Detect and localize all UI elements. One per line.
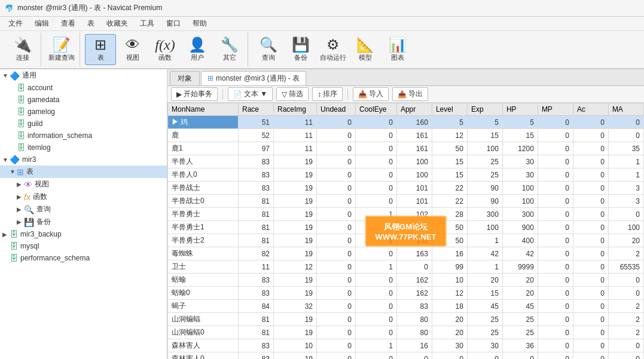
cell-raceimg: 11	[274, 129, 317, 142]
table-row[interactable]: 半兽勇士28119011025014000020	[168, 234, 644, 247]
node-perfschema[interactable]: 🗄 performance_schema	[0, 252, 167, 264]
autorun-btn[interactable]: ⚙ 自动运行	[318, 34, 349, 65]
import-btn[interactable]: 📥 导入	[353, 87, 389, 101]
menu-item-文件[interactable]: 文件	[2, 17, 29, 30]
cell-ma: 0	[608, 352, 643, 360]
node-views[interactable]: ▶ 👁 视图	[0, 178, 167, 191]
cell-level: 22	[432, 182, 467, 195]
query-btn[interactable]: 🔍 查询	[253, 34, 284, 65]
filter-icon: ▽	[282, 90, 287, 99]
cell-monname: ▶ 鸡	[168, 116, 239, 129]
node-mysql[interactable]: 🗄 mysql	[0, 240, 167, 252]
table-row[interactable]: 山洞蝙蝠81190080202525002	[168, 313, 644, 326]
table-row[interactable]: 半兽战士8319001012290100003	[168, 182, 644, 195]
menu-item-收藏夹[interactable]: 收藏夹	[100, 17, 134, 30]
data-table: MonNameRaceRaceImgUndeadCoolEyeApprLevel…	[167, 103, 644, 359]
cell-undead: 0	[317, 221, 356, 234]
table-row[interactable]: 森林害人83100116303036000	[168, 339, 644, 352]
cell-exp: 25	[467, 155, 502, 168]
separator-2	[347, 89, 348, 100]
cell-undead: 0	[317, 155, 356, 168]
table-container[interactable]: MonNameRaceRaceImgUndeadCoolEyeApprLevel…	[167, 103, 644, 359]
table-row[interactable]: 毒蜘蛛821900163164242002	[168, 247, 644, 260]
table-row[interactable]: 蝎子84320083184545002	[168, 300, 644, 313]
db-icon: 🗄	[17, 131, 25, 140]
cell-appr: 0	[396, 352, 432, 360]
cell-hp: 300	[502, 208, 538, 221]
text-btn[interactable]: 📄 文本 ▼	[228, 87, 273, 101]
objects-tab[interactable]: 对象	[170, 71, 200, 85]
table-row[interactable]: ▶ 鸡511100160555000	[168, 116, 644, 129]
table-row[interactable]: 蛞蝓0831900162121520000	[168, 287, 644, 300]
func-btn[interactable]: f(x) 函数	[149, 34, 181, 65]
cell-appr: 163	[396, 247, 432, 260]
cell-raceimg: 12	[274, 260, 317, 274]
menu-item-工具[interactable]: 工具	[134, 17, 160, 30]
cell-ac: 0	[573, 260, 608, 274]
table-row[interactable]: 山洞蝙蝠081190080202525002	[168, 326, 644, 339]
menu-item-编辑[interactable]: 编辑	[29, 17, 55, 30]
node-account[interactable]: 🗄 account	[0, 82, 167, 94]
table-row[interactable]: 森林害人08319000000000	[168, 352, 644, 360]
cell-undead: 0	[317, 247, 356, 260]
user-btn[interactable]: 👤 用户	[182, 34, 213, 65]
node-infschema[interactable]: 🗄 information_schema	[0, 130, 167, 142]
table-row[interactable]: 卫士111201099199990065535	[168, 260, 644, 274]
node-itemlog[interactable]: 🗄 itemlog	[0, 142, 167, 154]
sort-btn[interactable]: ↕ 排序	[312, 87, 343, 101]
cell-monname: 蝎子	[168, 300, 239, 313]
table-row[interactable]: 半兽勇士18119011025010090000100	[168, 221, 644, 234]
begin-transaction-btn[interactable]: ▶ 开始事务	[171, 87, 218, 101]
chart-btn[interactable]: 📊 图表	[382, 34, 413, 65]
func-folder-icon: fx	[24, 192, 30, 202]
cell-appr: 101	[396, 195, 432, 208]
main-tab[interactable]: ⊞ monster @mir3 (通用) - 表	[201, 71, 306, 85]
menu-item-查看[interactable]: 查看	[55, 17, 81, 30]
table-row[interactable]: 半兽勇士81190110228300300000	[168, 208, 644, 221]
node-tongyong[interactable]: ▼ 🔷 通用	[0, 69, 167, 82]
node-tables-label: 表	[26, 167, 33, 177]
node-infschema-label: information_schema	[28, 131, 92, 140]
node-mir3[interactable]: ▼ 🔷 mir3	[0, 154, 167, 165]
cell-mp: 0	[538, 142, 573, 155]
table-btn[interactable]: ⊞ 表	[85, 34, 116, 65]
table-row[interactable]: 半兽人0831900100152530001	[168, 168, 644, 182]
filter-btn[interactable]: ▽ 筛选	[276, 87, 309, 101]
other-btn[interactable]: 🔧 其它	[214, 34, 245, 65]
table-row[interactable]: 鹿521100161121515000	[168, 129, 644, 142]
cell-level: 99	[432, 260, 467, 274]
node-gamelog[interactable]: 🗄 gamelog	[0, 106, 167, 118]
main-tab-label: monster @mir3 (通用) - 表	[216, 73, 300, 84]
node-mir3backup[interactable]: ▶ 🗄 mir3_backup	[0, 228, 167, 240]
table-row[interactable]: 半兽战士08119001012290100003	[168, 195, 644, 208]
menu-item-表[interactable]: 表	[81, 17, 100, 30]
node-tables[interactable]: ▼ ⊞ 表	[0, 165, 167, 178]
model-btn[interactable]: 📐 模型	[350, 34, 381, 65]
connect-btn[interactable]: 🔌 连接	[7, 34, 38, 65]
cell-ac: 0	[573, 300, 608, 313]
cell-cooleye: 0	[356, 129, 397, 142]
new-query-btn[interactable]: 📝 新建查询	[46, 34, 77, 65]
node-queries[interactable]: ▶ 🔍 查询	[0, 203, 167, 216]
backup-btn[interactable]: 💾 备份	[285, 34, 316, 65]
sort-label: 排序	[323, 89, 337, 99]
menu-item-窗口[interactable]: 窗口	[160, 17, 187, 30]
cell-appr: 100	[396, 168, 432, 182]
view-btn[interactable]: 👁 视图	[117, 34, 148, 65]
table-row[interactable]: 半兽人831900100152530001	[168, 155, 644, 168]
cell-cooleye: 0	[356, 300, 397, 313]
table-row[interactable]: 蛞蝓831900162102020000	[168, 274, 644, 287]
import-icon: 📥	[358, 90, 367, 99]
node-functions[interactable]: ▶ fx 函数	[0, 191, 167, 203]
object-type-group: ⊞ 表 👁 视图 f(x) 函数 👤 用户 🔧 其它	[83, 33, 248, 66]
table-row[interactable]: 鹿19711001615010012000035	[168, 142, 644, 155]
export-btn[interactable]: 📤 导出	[392, 87, 428, 101]
cell-raceimg: 10	[274, 339, 317, 352]
cell-level: 20	[432, 326, 467, 339]
model-icon: 📐	[356, 38, 374, 52]
cell-hp: 15	[502, 129, 538, 142]
node-guild[interactable]: 🗄 guild	[0, 118, 167, 130]
menu-item-帮助[interactable]: 帮助	[187, 17, 213, 30]
node-gamedata[interactable]: 🗄 gamedata	[0, 94, 167, 106]
node-backup[interactable]: ▶ 💾 备份	[0, 216, 167, 228]
